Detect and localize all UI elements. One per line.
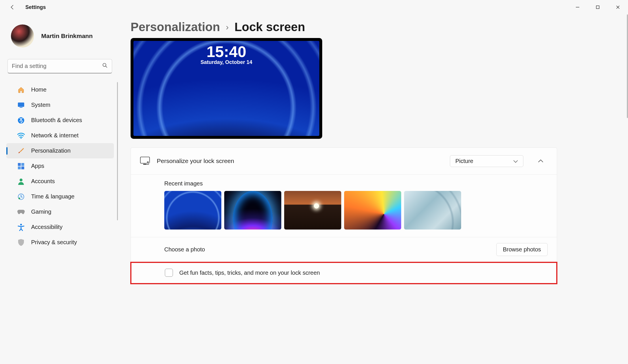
svg-point-14 <box>18 198 20 199</box>
choose-photo-row: Choose a photo Browse photos <box>131 237 557 262</box>
back-button[interactable] <box>8 3 17 12</box>
account-icon <box>17 178 25 185</box>
recent-image-1[interactable] <box>164 191 221 230</box>
sidebar-item-system[interactable]: System <box>6 97 114 113</box>
svg-rect-8 <box>18 163 21 166</box>
svg-rect-4 <box>18 103 24 107</box>
search-box[interactable] <box>7 59 112 73</box>
dropdown-value: Picture <box>455 158 473 164</box>
collapse-button[interactable] <box>534 154 548 168</box>
sidebar-item-label: Bluetooth & devices <box>31 117 82 124</box>
sidebar-item-label: Network & internet <box>31 132 79 139</box>
sidebar-item-apps[interactable]: Apps <box>6 158 114 174</box>
sidebar-item-label: Time & language <box>31 193 74 200</box>
card-header[interactable]: Personalize your lock screen Picture <box>131 148 557 174</box>
sidebar-item-accounts[interactable]: Accounts <box>6 174 114 189</box>
highlighted-region: Get fun facts, tips, tricks, and more on… <box>130 262 557 284</box>
sidebar-item-label: Accounts <box>31 178 55 185</box>
sidebar-item-label: Gaming <box>31 208 51 215</box>
browse-photos-button[interactable]: Browse photos <box>496 243 548 256</box>
sidebar-item-time[interactable]: Time & language <box>6 189 114 204</box>
sidebar-item-bluetooth[interactable]: Bluetooth & devices <box>6 113 114 128</box>
breadcrumb: Personalization › Lock screen <box>131 20 619 34</box>
home-icon <box>17 86 25 94</box>
sidebar-item-network[interactable]: Network & internet <box>6 128 114 143</box>
svg-point-2 <box>103 63 106 67</box>
accessibility-icon <box>17 223 25 231</box>
sidebar-item-label: Home <box>31 86 46 93</box>
chevron-down-icon <box>513 158 518 164</box>
fun-facts-checkbox[interactable] <box>165 269 173 277</box>
sidebar-item-label: Privacy & security <box>31 239 77 246</box>
svg-point-7 <box>20 138 22 139</box>
sidebar-item-personalization[interactable]: Personalization <box>6 143 114 158</box>
shield-icon <box>17 239 25 246</box>
svg-point-12 <box>20 179 22 181</box>
gamepad-icon <box>17 208 25 216</box>
recent-image-5[interactable] <box>404 191 461 230</box>
sidebar-item-label: Personalization <box>31 147 71 154</box>
avatar <box>11 24 34 48</box>
lock-screen-preview: 15:40 Saturday, October 14 <box>131 38 322 139</box>
sidebar-scrollbar[interactable] <box>117 82 118 220</box>
sidebar-item-label: System <box>31 102 50 108</box>
fun-facts-row[interactable]: Get fun facts, tips, tricks, and more on… <box>131 263 556 283</box>
user-block[interactable]: Martin Brinkmann <box>0 24 120 59</box>
recent-images-label: Recent images <box>164 180 548 187</box>
brush-icon <box>17 147 25 155</box>
titlebar: Settings <box>0 0 628 14</box>
sidebar-item-label: Apps <box>31 163 44 169</box>
nav-list: Home System Bluetooth & devices <box>0 82 120 250</box>
background-type-dropdown[interactable]: Picture <box>450 155 523 167</box>
maximize-button[interactable] <box>588 0 608 14</box>
page-title: Lock screen <box>234 20 305 34</box>
svg-rect-1 <box>596 6 599 9</box>
close-button[interactable] <box>608 0 628 14</box>
svg-rect-9 <box>21 163 24 166</box>
sidebar-item-privacy[interactable]: Privacy & security <box>6 235 114 250</box>
fun-facts-label: Get fun facts, tips, tricks, and more on… <box>179 270 320 276</box>
sidebar-item-home[interactable]: Home <box>6 82 114 97</box>
svg-rect-10 <box>18 166 21 169</box>
lock-screen-icon <box>140 157 150 165</box>
svg-rect-17 <box>143 164 147 165</box>
bluetooth-icon <box>17 117 25 124</box>
svg-rect-11 <box>21 166 24 169</box>
main-content: Personalization › Lock screen 15:40 Satu… <box>120 14 628 364</box>
clock-icon <box>17 193 25 200</box>
choose-photo-label: Choose a photo <box>164 246 205 253</box>
preview-time: 15:40 <box>133 43 319 60</box>
app-title: Settings <box>25 4 46 10</box>
card-label: Personalize your lock screen <box>157 158 443 164</box>
personalize-lock-card: Personalize your lock screen Picture Rec… <box>131 147 557 284</box>
chevron-right-icon: › <box>226 22 229 32</box>
search-icon <box>102 62 108 70</box>
sidebar-item-gaming[interactable]: Gaming <box>6 204 114 219</box>
recent-images-section: Recent images <box>131 174 557 237</box>
preview-date: Saturday, October 14 <box>133 59 319 65</box>
sidebar-item-accessibility[interactable]: Accessibility <box>6 219 114 235</box>
recent-image-4[interactable] <box>344 191 401 230</box>
breadcrumb-parent[interactable]: Personalization <box>131 20 220 34</box>
minimize-button[interactable] <box>567 0 588 14</box>
svg-point-15 <box>20 224 22 225</box>
sidebar-item-label: Accessibility <box>31 224 63 230</box>
recent-image-3[interactable] <box>284 191 341 230</box>
wifi-icon <box>17 132 25 139</box>
sidebar: Martin Brinkmann Home <box>0 14 120 364</box>
system-icon <box>17 101 25 109</box>
apps-icon <box>17 162 25 170</box>
svg-line-3 <box>106 66 107 68</box>
search-input[interactable] <box>12 63 102 69</box>
main-scrollbar[interactable] <box>627 14 628 118</box>
recent-image-2[interactable] <box>224 191 281 230</box>
svg-rect-5 <box>20 107 22 108</box>
user-name: Martin Brinkmann <box>41 33 93 39</box>
